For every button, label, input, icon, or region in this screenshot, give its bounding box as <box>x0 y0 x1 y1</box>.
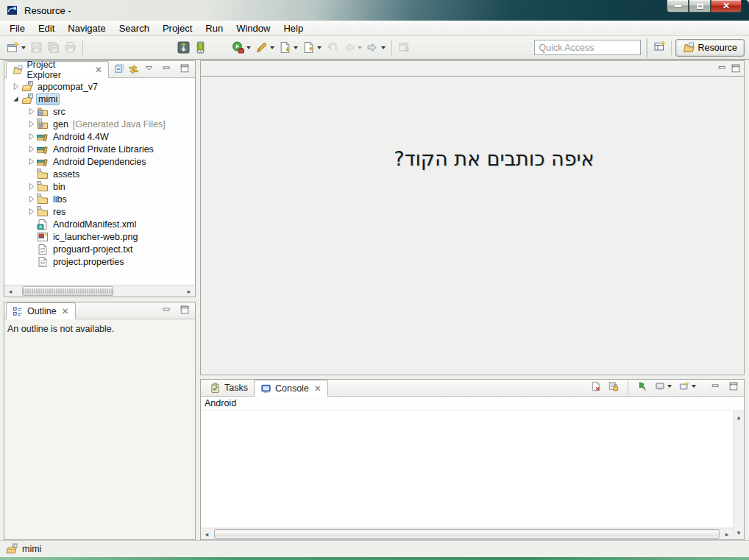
twistie-expanded-icon[interactable] <box>12 95 20 103</box>
outline-message: An outline is not available. <box>4 319 195 539</box>
twistie-spacer <box>27 220 35 228</box>
previous-annotation-button[interactable] <box>300 40 324 55</box>
dropdown-arrow-icon[interactable] <box>692 385 696 388</box>
twistie-collapsed-icon[interactable] <box>12 82 20 91</box>
tree-item-proguard-project-txt[interactable]: proguard-project.txt <box>4 243 195 255</box>
open-perspective-button[interactable] <box>653 39 667 56</box>
maximize-view-button[interactable] <box>177 303 192 316</box>
tree-item-android-private-libraries[interactable]: Android Private Libraries <box>4 143 195 155</box>
tree-item-gen[interactable]: gen[Generated Java Files] <box>4 118 195 130</box>
scroll-right-icon[interactable]: ▸ <box>721 528 733 539</box>
tab-outline[interactable]: Outline ✕ <box>6 302 76 319</box>
dropdown-arrow-icon[interactable] <box>317 46 322 49</box>
dropdown-arrow-icon[interactable] <box>358 46 362 49</box>
menu-file[interactable]: File <box>3 21 32 35</box>
scroll-down-icon[interactable]: ▾ <box>734 528 744 538</box>
tree-item-bin[interactable]: bin <box>4 180 195 193</box>
tree-item-appcompat-v7[interactable]: appcompat_v7 <box>4 80 195 93</box>
collapse-all-button[interactable] <box>113 63 126 75</box>
scroll-lock-button[interactable] <box>606 380 621 393</box>
run-button[interactable] <box>230 40 253 55</box>
twistie-collapsed-icon[interactable] <box>27 157 35 166</box>
scroll-right-icon[interactable]: ▸ <box>183 286 195 297</box>
editor-content[interactable]: איפה כותבים את הקוד? <box>201 77 744 375</box>
close-tab-icon[interactable]: ✕ <box>95 65 102 74</box>
dropdown-arrow-icon[interactable] <box>667 385 672 388</box>
menu-project[interactable]: Project <box>156 21 199 35</box>
android-sdk-manager-button[interactable] <box>175 40 192 55</box>
scroll-left-icon[interactable]: ◂ <box>201 528 213 539</box>
twistie-collapsed-icon[interactable] <box>27 182 35 191</box>
scroll-left-icon[interactable]: ◂ <box>4 286 16 297</box>
minimize-view-button[interactable] <box>160 62 174 75</box>
clear-console-button[interactable] <box>589 380 603 393</box>
avd-manager-button[interactable] <box>192 40 209 55</box>
tree-item-project-properties[interactable]: project.properties <box>4 255 195 268</box>
minimize-view-icon[interactable] <box>717 63 728 74</box>
save-all-button <box>45 40 62 55</box>
pin-console-button[interactable] <box>635 380 650 393</box>
display-selected-console-button[interactable] <box>653 380 674 393</box>
dropdown-arrow-icon[interactable] <box>21 46 26 49</box>
tab-tasks[interactable]: Tasks <box>204 380 254 396</box>
open-console-icon <box>679 381 689 391</box>
menu-edit[interactable]: Edit <box>32 21 61 35</box>
tree-item-android-dependencies[interactable]: Android Dependencies <box>4 155 195 168</box>
tree-item-src[interactable]: src <box>4 105 195 118</box>
console-hscrollbar[interactable]: ◂ ▸ <box>201 528 733 539</box>
maximize-view-button[interactable] <box>726 380 741 393</box>
tab-console[interactable]: Console ✕ <box>254 380 328 397</box>
view-menu-button[interactable] <box>142 62 157 75</box>
resource-perspective-button[interactable]: Resource <box>675 39 745 57</box>
twistie-collapsed-icon[interactable] <box>27 132 35 141</box>
new-wizard-button[interactable] <box>4 40 28 55</box>
dropdown-arrow-icon[interactable] <box>381 46 386 49</box>
collapse-all-icon <box>114 63 125 74</box>
console-output[interactable] <box>201 411 733 528</box>
print-icon <box>64 41 77 54</box>
dropdown-arrow-icon[interactable] <box>246 46 251 49</box>
tab-project-explorer[interactable]: Project Explorer ✕ <box>6 61 109 78</box>
menu-search[interactable]: Search <box>113 21 156 35</box>
close-tab-icon[interactable]: ✕ <box>62 307 69 316</box>
minimize-button[interactable] <box>667 0 689 13</box>
twistie-collapsed-icon[interactable] <box>27 120 35 128</box>
svg-text:a: a <box>39 224 42 230</box>
tree-item-libs[interactable]: libs <box>4 193 195 205</box>
dropdown-arrow-icon[interactable] <box>270 46 274 49</box>
tree-item-res[interactable]: res <box>4 205 195 218</box>
minimize-view-button[interactable] <box>709 380 723 393</box>
maximize-view-icon[interactable] <box>731 63 741 74</box>
tree-item-androidmanifest-xml[interactable]: aAndroidManifest.xml <box>4 218 195 230</box>
eclipse-window: Resource - ✕ FileEditNavigateSearchProje… <box>0 0 749 560</box>
quick-access-input[interactable] <box>534 40 641 55</box>
next-annotation-button[interactable] <box>277 40 300 55</box>
menu-run[interactable]: Run <box>199 21 230 35</box>
scroll-up-icon[interactable]: ▴ <box>734 412 744 422</box>
twistie-collapsed-icon[interactable] <box>27 107 35 116</box>
tree-item-android-4-4w[interactable]: Android 4.4W <box>4 130 195 143</box>
console-vscrollbar[interactable]: ▴ ▾ <box>733 411 744 539</box>
forward-button[interactable] <box>364 40 388 55</box>
tree-item-assets[interactable]: assets <box>4 168 195 180</box>
menu-navigate[interactable]: Navigate <box>61 21 112 35</box>
twistie-collapsed-icon[interactable] <box>27 145 35 153</box>
twistie-collapsed-icon[interactable] <box>27 208 35 216</box>
tree-item-ic-launcher-web-png[interactable]: ic_launcher-web.png <box>4 230 195 243</box>
link-with-editor-button[interactable] <box>127 63 140 75</box>
open-console-button[interactable] <box>677 380 698 393</box>
project-explorer-hscrollbar[interactable]: ◂ ▸ <box>4 285 195 297</box>
close-button[interactable]: ✕ <box>711 0 742 13</box>
maximize-view-button[interactable] <box>177 62 192 75</box>
console-tools <box>589 379 744 394</box>
close-tab-icon[interactable]: ✕ <box>314 384 322 393</box>
menu-help[interactable]: Help <box>277 21 310 35</box>
menu-window[interactable]: Window <box>230 21 277 35</box>
external-tools-button[interactable] <box>253 40 277 55</box>
twistie-collapsed-icon[interactable] <box>27 195 35 203</box>
dropdown-arrow-icon[interactable] <box>294 46 298 49</box>
resource-perspective-label: Resource <box>698 43 738 53</box>
tree-item-mimi[interactable]: mimi <box>4 93 195 105</box>
maximize-button[interactable] <box>689 0 711 13</box>
minimize-view-button[interactable] <box>160 303 174 316</box>
